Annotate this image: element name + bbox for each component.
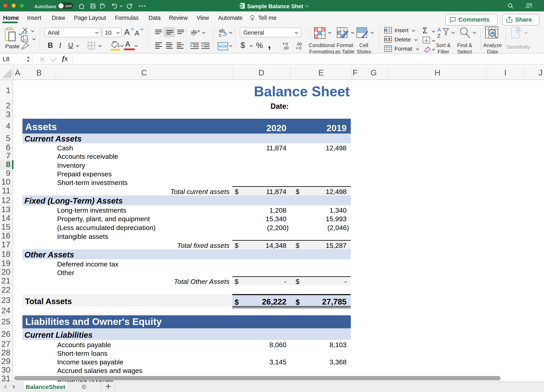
- svg-text:0: 0: [299, 46, 301, 50]
- svg-text:ab: ab: [191, 28, 197, 36]
- svg-text:.00: .00: [283, 46, 289, 50]
- svg-text:c: c: [219, 32, 221, 38]
- svg-text:0: 0: [286, 42, 288, 46]
- svg-text:.00: .00: [296, 42, 302, 46]
- svg-text:A: A: [437, 27, 441, 33]
- svg-text:Z: Z: [437, 33, 441, 39]
